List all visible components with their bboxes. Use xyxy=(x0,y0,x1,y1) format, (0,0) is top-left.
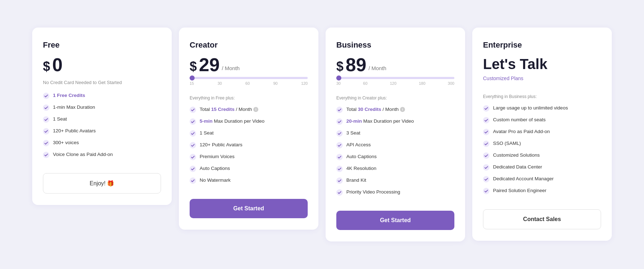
feature-item: Paired Solution Engineer xyxy=(483,187,601,194)
feature-list-free: 1 Free Credits 1-min Max Duration 1 Seat xyxy=(43,92,161,163)
feature-highlight: 15 Credits xyxy=(211,107,234,112)
info-icon[interactable]: i xyxy=(253,107,258,112)
feature-item: No Watermark xyxy=(190,177,308,184)
feature-text: Total 15 Credits / Monthi xyxy=(200,106,258,113)
check-icon xyxy=(336,154,343,160)
slider-label: 180 xyxy=(419,81,425,85)
check-icon xyxy=(483,164,489,171)
svg-point-26 xyxy=(483,164,489,171)
feature-highlight: 5-min xyxy=(200,118,213,124)
svg-point-0 xyxy=(43,93,49,99)
plan-card-business: Business $ 89 / Month 3060120180300 Ever… xyxy=(326,28,465,241)
check-icon xyxy=(483,176,489,182)
price-amount-business: 89 xyxy=(346,55,366,74)
feature-item: Auto Captions xyxy=(190,165,308,172)
cta-button-free[interactable]: Enjoy! 🎁 xyxy=(43,173,161,194)
feature-text: Premium Voices xyxy=(200,153,235,160)
price-subtitle-free: No Credit Card Needed to Get Started xyxy=(43,80,161,85)
feature-text: 1 Seat xyxy=(53,116,67,123)
slider-label: 120 xyxy=(301,81,308,85)
check-icon xyxy=(483,129,489,135)
check-icon xyxy=(190,166,196,172)
svg-point-24 xyxy=(483,141,489,147)
check-icon xyxy=(336,189,343,196)
feature-item: 1 Seat xyxy=(190,130,308,137)
price-period-business: / Month xyxy=(369,65,386,71)
check-icon xyxy=(336,166,343,172)
cta-button-business[interactable]: Get Started xyxy=(336,211,454,230)
svg-point-17 xyxy=(336,154,343,160)
check-icon xyxy=(483,105,489,112)
svg-point-8 xyxy=(190,130,196,137)
feature-item: 120+ Public Avatars xyxy=(43,128,161,134)
svg-point-21 xyxy=(483,105,489,112)
feature-item: Large usage up to unlimited videos xyxy=(483,105,601,112)
slider-label: 30 xyxy=(218,81,222,85)
price-dollar-creator: $ xyxy=(190,59,197,74)
feature-list-business: Total 30 Credits / Monthi 20-min Max Dur… xyxy=(336,106,454,201)
check-icon xyxy=(336,107,343,113)
svg-point-16 xyxy=(336,142,343,148)
feature-item: 5-min Max Duration per Video xyxy=(190,118,308,125)
price-amount-creator: 29 xyxy=(199,55,220,74)
feature-highlight: 30 Credits xyxy=(358,107,381,112)
svg-point-6 xyxy=(190,107,196,113)
cta-button-enterprise[interactable]: Contact Sales xyxy=(483,209,601,229)
price-row-creator: $ 29 / Month xyxy=(190,55,308,74)
svg-point-18 xyxy=(336,166,343,172)
feature-item: 1 Seat xyxy=(43,116,161,123)
svg-point-11 xyxy=(190,166,196,172)
feature-item: 120+ Public Avatars xyxy=(190,142,308,148)
feature-text: Avatar Pro as Paid Add-on xyxy=(493,128,550,135)
price-subtitle-enterprise: Customized Plans xyxy=(483,75,601,81)
feature-text: Custom number of seats xyxy=(493,117,546,123)
feature-text: Brand Kit xyxy=(346,177,366,184)
feature-text: Large usage up to unlimited videos xyxy=(493,105,568,112)
svg-point-20 xyxy=(336,189,343,196)
svg-point-28 xyxy=(483,188,489,194)
slider-thumb-business[interactable] xyxy=(336,75,341,80)
slider-creator[interactable]: 15306090120 xyxy=(190,77,308,85)
svg-point-10 xyxy=(190,154,196,160)
slider-thumb-creator[interactable] xyxy=(190,75,195,80)
feature-text: 3 Seat xyxy=(346,130,360,137)
feature-text: SSO (SAML) xyxy=(493,140,521,147)
everything-label-enterprise: Everything in Business plus: xyxy=(483,94,601,99)
check-icon xyxy=(43,128,49,134)
feature-item: Priority Video Processing xyxy=(336,189,454,196)
feature-item: Dedicated Account Manager xyxy=(483,176,601,182)
feature-list-creator: Total 15 Credits / Monthi 5-min Max Dura… xyxy=(190,106,308,189)
check-icon xyxy=(483,188,489,194)
svg-point-27 xyxy=(483,176,489,182)
feature-item: 3 Seat xyxy=(336,130,454,137)
svg-point-19 xyxy=(336,177,343,184)
cta-button-creator[interactable]: Get Started xyxy=(190,199,308,218)
feature-item: 4K Resolution xyxy=(336,165,454,172)
check-icon xyxy=(43,140,49,146)
slider-label: 15 xyxy=(190,81,194,85)
price-special-enterprise: Let's Talk xyxy=(483,55,601,73)
check-icon xyxy=(43,116,49,123)
feature-item: API Access xyxy=(336,142,454,148)
everything-label-creator: Everything in Free plus: xyxy=(190,96,308,101)
slider-label: 60 xyxy=(245,81,250,85)
svg-point-3 xyxy=(43,128,49,134)
check-icon xyxy=(483,152,489,159)
feature-text: Customized Solutions xyxy=(493,152,540,159)
feature-text: Priority Video Processing xyxy=(346,189,400,196)
plan-card-free: Free $ 0 No Credit Card Needed to Get St… xyxy=(32,28,172,205)
check-icon xyxy=(483,117,489,123)
feature-text: Auto Captions xyxy=(200,165,230,172)
check-icon xyxy=(190,107,196,113)
price-row-business: $ 89 / Month xyxy=(336,55,454,74)
slider-business[interactable]: 3060120180300 xyxy=(336,77,454,85)
info-icon[interactable]: i xyxy=(400,107,405,112)
feature-item: SSO (SAML) xyxy=(483,140,601,147)
svg-point-4 xyxy=(43,140,49,146)
svg-point-22 xyxy=(483,117,489,123)
feature-highlight: 1 Free Credits xyxy=(53,93,85,98)
svg-point-12 xyxy=(190,177,196,184)
slider-label: 90 xyxy=(273,81,278,85)
everything-label-business: Everything in Creator plus: xyxy=(336,96,454,101)
check-icon xyxy=(336,177,343,184)
